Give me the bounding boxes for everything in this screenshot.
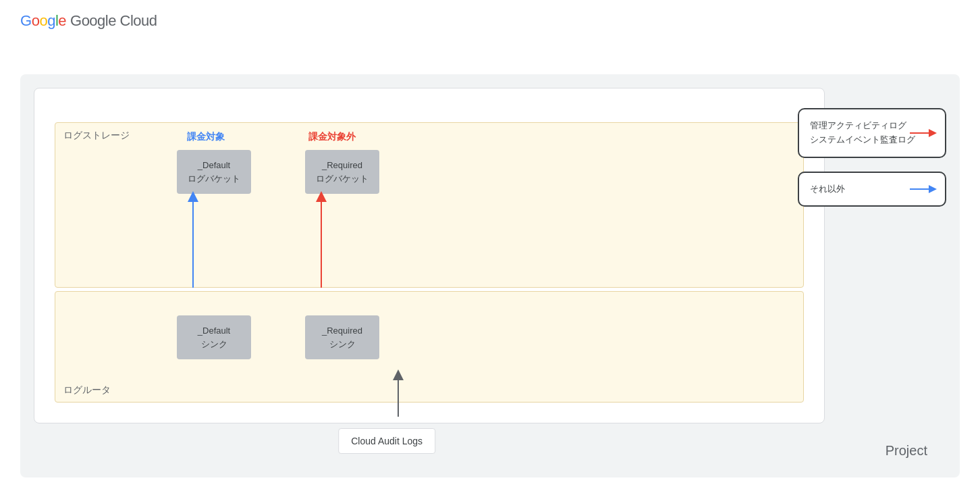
info-box-audit: 管理アクティビティログ システムイベント監査ログ — [798, 108, 946, 158]
default-sink-box: _Default シンク — [177, 315, 251, 359]
info-box-audit-line2: システムイベント監査ログ — [810, 134, 915, 145]
billing-no-label: 課金対象外 — [308, 131, 356, 143]
cloud-logging-box: ログストレージ 課金対象 課金対象外 _Default ログバケット _Requ… — [34, 88, 825, 423]
required-sink-box: _Required シンク — [305, 315, 379, 359]
billing-yes-label: 課金対象 — [187, 131, 225, 143]
log-router-area: ログルータ _Default シンク _Required シンク — [55, 291, 804, 403]
letter-g-blue2: g — [47, 12, 55, 30]
required-bucket-line1: _Required — [322, 159, 362, 172]
cloud-text: Google Cloud — [70, 12, 157, 30]
cloud-audit-logs-box: Cloud Audit Logs — [338, 428, 435, 454]
required-sink-line2: シンク — [329, 338, 356, 351]
project-label: Project — [886, 443, 927, 459]
header: Google Google Cloud — [0, 0, 980, 42]
google-cloud-logo: Google Google Cloud — [20, 12, 157, 30]
log-router-label: ログルータ — [63, 384, 111, 396]
default-bucket-box: _Default ログバケット — [177, 150, 251, 194]
letter-e-red: e — [58, 12, 66, 30]
default-sink-line2: シンク — [201, 338, 227, 351]
letter-o-red: o — [32, 12, 40, 30]
required-bucket-box: _Required ログバケット — [305, 150, 379, 194]
letter-o-yellow: o — [39, 12, 47, 30]
default-sink-line1: _Default — [198, 324, 230, 338]
required-bucket-line2: ログバケット — [316, 172, 369, 186]
log-storage-area: ログストレージ 課金対象 課金対象外 _Default ログバケット _Requ… — [55, 122, 804, 288]
required-sink-line1: _Required — [322, 324, 362, 338]
info-box-other: それ以外 — [798, 172, 946, 207]
default-bucket-line1: _Default — [198, 159, 230, 172]
log-storage-label: ログストレージ — [63, 130, 130, 142]
info-box-audit-line1: 管理アクティビティログ — [810, 120, 906, 130]
right-info-boxes: 管理アクティビティログ システムイベント監査ログ それ以外 — [798, 108, 946, 207]
audit-logs-label: Cloud Audit Logs — [351, 436, 423, 446]
info-box-other-label: それ以外 — [810, 184, 845, 194]
red-arrow-icon — [910, 128, 937, 138]
letter-g-blue: G — [20, 12, 32, 30]
google-text: Google — [20, 12, 66, 30]
default-bucket-line2: ログバケット — [188, 172, 240, 186]
main-diagram-area: Cloud Logging ログストレージ 課金対象 課金対象外 _Defaul… — [20, 74, 960, 477]
blue-arrow-icon — [910, 184, 937, 194]
